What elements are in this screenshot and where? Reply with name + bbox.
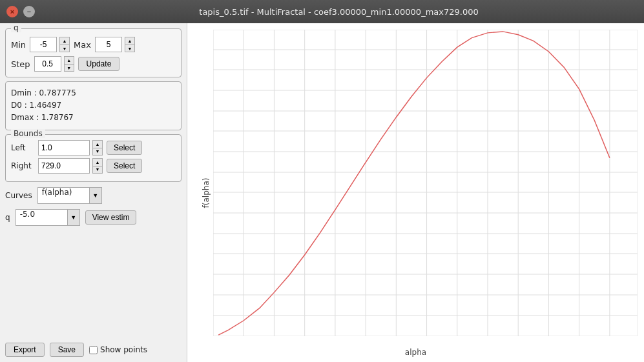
save-button[interactable]: Save [50, 343, 84, 357]
max-label: Max [74, 40, 91, 50]
min-down-btn[interactable]: ▼ [59, 45, 70, 52]
q-group-title: q [11, 23, 21, 32]
y-axis-label: f(alpha) [202, 177, 211, 208]
right-bounds-spinner-btns: ▲ ▼ [92, 158, 103, 174]
left-bounds-input[interactable] [38, 140, 90, 156]
step-up-btn[interactable]: ▲ [64, 56, 74, 64]
window-title: tapis_0.5.tif - MultiFractal - coef3.000… [40, 7, 638, 17]
step-row: Step ▲ ▼ Update [11, 56, 176, 72]
left-bounds-up-btn[interactable]: ▲ [92, 140, 103, 148]
min-label: Min [11, 40, 26, 50]
q-select-arrow[interactable]: ▼ [67, 209, 80, 226]
left-bounds-down-btn[interactable]: ▼ [92, 148, 103, 156]
export-button[interactable]: Export [5, 343, 45, 357]
curves-row: Curves f(alpha) ▼ [5, 187, 182, 204]
right-bounds-spinner: ▲ ▼ [38, 158, 103, 174]
bounds-group-title: Bounds [11, 129, 45, 138]
right-bounds-input[interactable] [38, 158, 90, 174]
max-spinner-btns: ▲ ▼ [125, 37, 135, 52]
q-group: q Min ▲ ▼ Max ▲ ▼ [5, 28, 182, 77]
curves-dropdown: f(alpha) ▼ [37, 187, 102, 204]
max-up-btn[interactable]: ▲ [125, 37, 135, 45]
min-spinner: ▲ ▼ [30, 37, 70, 52]
select-left-button[interactable]: Select [107, 141, 142, 155]
x-axis-label: alpha [405, 348, 426, 357]
dmax-text: Dmax : 1.78767 [11, 112, 176, 124]
right-bounds-down-btn[interactable]: ▼ [92, 166, 103, 174]
left-bounds-spinner-btns: ▲ ▼ [92, 140, 103, 156]
update-button[interactable]: Update [78, 57, 120, 71]
chart-svg: 0.0 0.1 0.2 0.3 0.4 0.5 0.6 0.7 0.8 0.9 … [213, 30, 638, 336]
left-panel: q Min ▲ ▼ Max ▲ ▼ [0, 23, 187, 362]
q-select-row: q -5.0 ▼ View estim [5, 209, 182, 226]
left-bounds-row: Left ▲ ▼ Select [11, 140, 176, 156]
min-spinner-btns: ▲ ▼ [59, 37, 70, 52]
info-box: Dmin : 0.787775 D0 : 1.46497 Dmax : 1.78… [5, 81, 182, 130]
curve-line [218, 32, 610, 335]
d0-text: D0 : 1.46497 [11, 99, 176, 112]
q-controls: Min ▲ ▼ Max ▲ ▼ [11, 37, 176, 52]
max-input[interactable] [95, 37, 122, 52]
min-input[interactable] [30, 37, 57, 52]
q-select-label: q [5, 213, 10, 222]
right-bounds-up-btn[interactable]: ▲ [92, 158, 103, 166]
curves-label: Curves [5, 191, 32, 200]
minimize-button[interactable]: − [23, 6, 35, 17]
step-input[interactable] [34, 56, 61, 72]
max-down-btn[interactable]: ▼ [125, 45, 135, 52]
left-bounds-spinner: ▲ ▼ [38, 140, 103, 156]
step-label: Step [11, 59, 30, 69]
right-bounds-label: Right [11, 161, 34, 170]
q-select-dropdown: -5.0 ▼ [16, 209, 80, 226]
dmin-text: Dmin : 0.787775 [11, 87, 176, 99]
show-points-group: Show points [89, 345, 147, 354]
bottom-bar: Export Save Show points [5, 339, 182, 357]
main-layout: q Min ▲ ▼ Max ▲ ▼ [0, 23, 644, 362]
show-points-label: Show points [100, 345, 147, 354]
close-button[interactable]: × [6, 6, 18, 17]
max-spinner: ▲ ▼ [95, 37, 135, 52]
show-points-checkbox[interactable] [89, 346, 98, 354]
q-select-value[interactable]: -5.0 [16, 209, 67, 226]
step-spinner-btns: ▲ ▼ [64, 56, 74, 72]
min-up-btn[interactable]: ▲ [59, 37, 70, 45]
bounds-group: Bounds Left ▲ ▼ Select Right ▲ [5, 134, 182, 182]
right-bounds-row: Right ▲ ▼ Select [11, 158, 176, 174]
curves-dropdown-value[interactable]: f(alpha) [37, 187, 89, 204]
step-down-btn[interactable]: ▼ [64, 64, 74, 72]
select-right-button[interactable]: Select [107, 159, 142, 173]
view-estim-button[interactable]: View estim [85, 210, 137, 225]
curves-dropdown-arrow[interactable]: ▼ [89, 187, 102, 204]
chart-area: f(alpha) alpha [187, 23, 644, 362]
left-bounds-label: Left [11, 143, 34, 152]
titlebar: × − tapis_0.5.tif - MultiFractal - coef3… [0, 0, 644, 23]
step-spinner: ▲ ▼ [34, 56, 74, 72]
